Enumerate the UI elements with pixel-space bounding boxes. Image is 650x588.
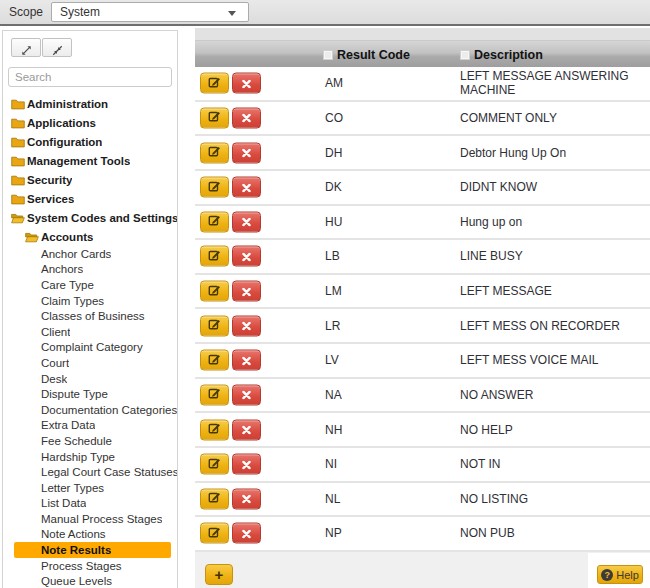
sidebar-item-client[interactable]: Client [3, 324, 177, 340]
add-button[interactable]: + [205, 564, 233, 585]
sidebar-item-extra-data[interactable]: Extra Data [3, 418, 177, 434]
delete-button[interactable] [232, 384, 261, 405]
edit-button[interactable] [200, 488, 229, 509]
sidebar-item-anchors[interactable]: Anchors [3, 262, 177, 278]
sidebar-item-hardship-type[interactable]: Hardship Type [3, 449, 177, 465]
sidebar-item-classes-of-business[interactable]: Classes of Business [3, 308, 177, 324]
scope-bar: Scope System [0, 0, 650, 26]
column-checkbox-result-code[interactable] [323, 50, 333, 60]
edit-pencil-icon [208, 144, 221, 162]
delete-button[interactable] [232, 211, 261, 232]
result-code-cell: LV [325, 353, 339, 367]
chevron-down-icon [228, 11, 236, 16]
delete-button[interactable] [232, 454, 261, 475]
sidebar-item-services[interactable]: Services [3, 189, 177, 208]
edit-button[interactable] [200, 350, 229, 371]
delete-button[interactable] [232, 142, 261, 163]
expand-all-button[interactable] [11, 38, 41, 57]
edit-button[interactable] [200, 454, 229, 475]
sidebar-item-label: Dispute Type [41, 388, 108, 400]
sidebar-item-management-tools[interactable]: Management Tools [3, 151, 177, 170]
sidebar-item-note-results[interactable]: Note Results [14, 542, 171, 558]
edit-pencil-icon [208, 524, 221, 542]
delete-button[interactable] [232, 281, 261, 302]
sidebar-item-process-stages[interactable]: Process Stages [3, 558, 177, 574]
edit-pencil-icon [208, 386, 221, 404]
result-code-cell: LR [325, 319, 340, 333]
column-header-result-code: Result Code [337, 48, 410, 62]
edit-button[interactable] [200, 177, 229, 198]
description-cell: LEFT MESS VOICE MAIL [460, 353, 598, 367]
sidebar-item-applications[interactable]: Applications [3, 113, 177, 132]
folder-open-icon [11, 212, 25, 224]
delete-button[interactable] [232, 315, 261, 336]
folder-closed-icon [11, 136, 25, 148]
edit-button[interactable] [200, 281, 229, 302]
sidebar-item-court[interactable]: Court [3, 355, 177, 371]
sidebar-item-claim-types[interactable]: Claim Types [3, 293, 177, 309]
delete-button[interactable] [232, 73, 261, 94]
scope-select[interactable]: System [51, 2, 249, 22]
sidebar-item-system-codes-and-settings[interactable]: System Codes and Settings [3, 208, 177, 227]
folder-closed-icon [11, 98, 25, 110]
sidebar-item-legal-court-case-statuses[interactable]: Legal Court Case Statuses [3, 464, 177, 480]
sidebar-item-manual-process-stages[interactable]: Manual Process Stages [3, 511, 177, 527]
sidebar-item-accounts[interactable]: Accounts [3, 227, 177, 246]
edit-button[interactable] [200, 142, 229, 163]
edit-pencil-icon [208, 213, 221, 231]
sidebar-item-administration[interactable]: Administration [3, 94, 177, 113]
sidebar-item-label: Care Type [41, 279, 94, 291]
delete-button[interactable] [232, 246, 261, 267]
scope-select-value: System [60, 5, 100, 19]
delete-button[interactable] [232, 350, 261, 371]
sidebar-item-configuration[interactable]: Configuration [3, 132, 177, 151]
edit-button[interactable] [200, 211, 229, 232]
sidebar-item-label: Configuration [27, 136, 102, 148]
edit-button[interactable] [200, 523, 229, 544]
question-circle-icon: ? [601, 569, 613, 581]
edit-button[interactable] [200, 107, 229, 128]
delete-button[interactable] [232, 419, 261, 440]
sidebar-item-anchor-cards[interactable]: Anchor Cards [3, 246, 177, 262]
description-cell: LEFT MESSAGE ANSWERING MACHINE [460, 69, 650, 97]
panel-top-strip [195, 28, 650, 40]
edit-button[interactable] [200, 73, 229, 94]
delete-button[interactable] [232, 523, 261, 544]
sidebar-item-queue-levels[interactable]: Queue Levels [3, 573, 177, 588]
edit-button[interactable] [200, 246, 229, 267]
delete-button[interactable] [232, 107, 261, 128]
delete-button[interactable] [232, 488, 261, 509]
edit-button[interactable] [200, 384, 229, 405]
sidebar-item-fee-schedule[interactable]: Fee Schedule [3, 433, 177, 449]
sidebar-item-letter-types[interactable]: Letter Types [3, 480, 177, 496]
table-row: COCOMMENT ONLY [195, 102, 650, 137]
help-button[interactable]: ? Help [597, 565, 643, 584]
description-cell: LINE BUSY [460, 249, 523, 263]
description-cell: NO HELP [460, 423, 513, 437]
folder-closed-icon [11, 155, 25, 167]
sidebar-item-security[interactable]: Security [3, 170, 177, 189]
description-cell: NO LISTING [460, 492, 528, 506]
sidebar-item-label: Applications [27, 117, 96, 129]
search-input[interactable] [8, 67, 172, 87]
sidebar-item-complaint-category[interactable]: Complaint Category [3, 340, 177, 356]
sidebar-item-desk[interactable]: Desk [3, 371, 177, 387]
delete-x-icon [242, 109, 251, 127]
sidebar-item-list-data[interactable]: List Data [3, 496, 177, 512]
column-checkbox-description[interactable] [460, 50, 470, 60]
help-button-label: Help [616, 569, 639, 581]
sidebar-item-label: Legal Court Case Statuses [41, 466, 177, 478]
folder-open-icon [25, 231, 39, 243]
edit-button[interactable] [200, 315, 229, 336]
collapse-all-button[interactable] [42, 38, 72, 57]
delete-button[interactable] [232, 177, 261, 198]
sidebar-item-dispute-type[interactable]: Dispute Type [3, 386, 177, 402]
edit-button[interactable] [200, 419, 229, 440]
sidebar-item-documentation-categories[interactable]: Documentation Categories [3, 402, 177, 418]
sidebar-item-label: Desk [41, 373, 67, 385]
sidebar-item-care-type[interactable]: Care Type [3, 277, 177, 293]
sidebar-item-label: Services [27, 193, 74, 205]
table-row: DHDebtor Hung Up On [195, 136, 650, 171]
delete-x-icon [242, 317, 251, 335]
sidebar-item-note-actions[interactable]: Note Actions [3, 527, 177, 543]
